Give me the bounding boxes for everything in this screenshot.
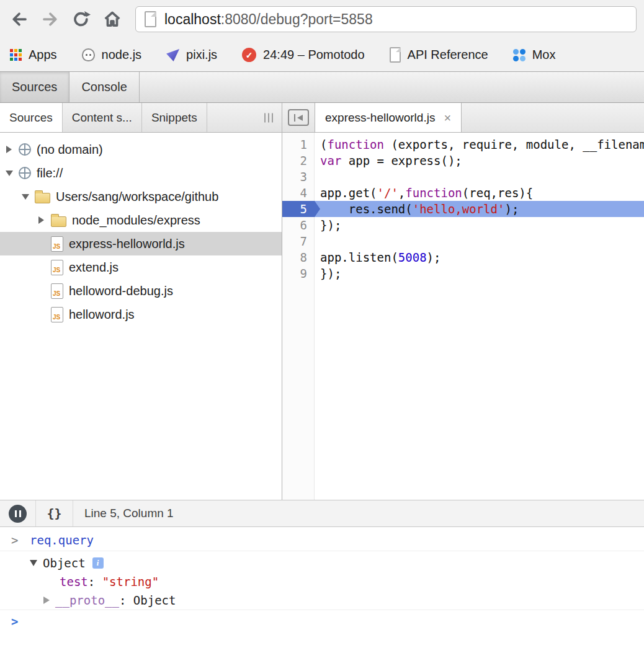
disclosure-collapsed-icon[interactable] [43,597,50,604]
code-line-8: 8app.listen(5008); [282,249,644,265]
bookmark-24-49-pomotodo[interactable]: 24:49 – Pomotodo [242,48,364,62]
line-number[interactable]: 7 [282,233,315,249]
property-name: test [60,575,88,588]
pause-button[interactable] [0,500,36,526]
tree-item-no-domain[interactable]: (no domain) [0,138,282,161]
tree-item-node-modules-express[interactable]: node_modules/express [0,208,282,232]
home-button[interactable] [101,6,124,32]
code-line-6: 6}); [282,217,644,233]
code-line-5: 5 res.send('hello,world'); [282,201,644,217]
tree-item-extend-js[interactable]: JSextend.js [0,255,282,279]
code-text[interactable]: app.listen(5008); [315,249,441,265]
code-text[interactable]: app.get('/',function(req,res){ [315,185,533,201]
code-line-1: 1(function (exports, require, module, __… [282,136,644,153]
tree-item-label: Users/sang/workspace/github [56,190,218,204]
editor-tab-title: express-helloworld.js [325,111,435,125]
pause-icon [9,505,27,523]
code-line-7: 7 [282,233,644,249]
code-line-2: 2var app = express(); [282,153,644,169]
reload-button[interactable] [69,6,93,32]
execution-line-badge[interactable]: 5 [282,201,315,217]
devtools-tabs: SourcesConsole [0,72,644,103]
js-file-icon: JS [51,307,63,322]
js-file-icon: JS [51,260,63,275]
file-tree: (no domain)file://Users/sang/workspace/g… [0,133,282,500]
apps-grid-icon [10,49,22,61]
code-line-9: 9}); [282,265,644,282]
code-text[interactable]: }); [315,217,341,233]
panel-grip-icon[interactable] [264,113,273,122]
console-command: req.query [30,533,94,547]
tree-item-helloword-debug-js[interactable]: JShelloword-debug.js [0,279,282,303]
code-text[interactable]: var app = express(); [315,153,462,169]
sources-navigator: SourcesContent s...Snippets (no domain)f… [0,103,282,500]
tree-item-label: helloword.js [69,308,135,322]
address-bar[interactable]: localhost:8080/debug?port=5858 [135,6,637,32]
disclosure-expanded-icon[interactable] [30,560,37,566]
page-icon [390,47,401,63]
forward-button[interactable] [38,6,62,32]
bookmark-node-js[interactable]: node.js [82,48,142,62]
tree-item-file[interactable]: file:// [0,161,282,185]
cursor-position: Line 5, Column 1 [84,507,174,520]
tree-item-label: express-helloworld.js [69,237,185,251]
pretty-print-button[interactable]: {} [36,500,73,526]
disclosure-collapsed-icon[interactable] [37,216,45,224]
folder-icon [35,193,50,203]
code-text[interactable]: }); [315,265,341,282]
code-line-3: 3 [282,169,644,185]
tree-item-users-sang-workspace-github[interactable]: Users/sang/workspace/github [0,185,282,208]
bookmark-label: Mox [532,48,556,62]
bookmark-pixi-js[interactable]: pixi.js [166,48,217,62]
line-number[interactable]: 1 [282,136,315,153]
bookmark-api-reference[interactable]: API Reference [390,47,488,63]
code-text[interactable] [315,169,320,185]
url-path: :8080/debug?port=5858 [221,11,373,27]
bookmark-mox[interactable]: Mox [513,48,556,62]
folder-icon [51,216,66,227]
disclosure-expanded-icon[interactable] [21,194,29,200]
sidebar-tab-snippets[interactable]: Snippets [142,103,207,132]
devtools-tab-console[interactable]: Console [69,72,139,102]
code-text[interactable]: res.send('hello,world'); [315,201,519,217]
bookmark-label: pixi.js [186,48,217,62]
console-command-row: > req.query [0,529,644,551]
arrow-left-icon [10,10,29,29]
tree-item-label: node_modules/express [72,213,200,228]
sidebar-tab-content-s[interactable]: Content s... [63,103,142,132]
bookmark-label: 24:49 – Pomotodo [263,48,364,62]
console-prompt[interactable]: > [0,610,644,632]
console-result-object[interactable]: Object i [0,553,644,573]
editor-tab[interactable]: express-helloworld.js × [315,103,462,132]
pomotodo-icon [242,48,256,62]
line-number[interactable]: 8 [282,249,315,265]
bookmark-label: node.js [102,48,142,62]
back-button[interactable] [7,6,31,32]
hide-navigator-button[interactable] [288,109,309,126]
js-file-icon: JS [51,236,63,252]
editor-tab-bar: express-helloworld.js × [282,103,644,133]
disclosure-expanded-icon[interactable] [5,171,13,176]
devtools-tab-sources[interactable]: Sources [0,72,69,102]
console-panel[interactable]: > req.query Object i test: "string" __pr… [0,527,644,661]
sidebar-tab-sources[interactable]: Sources [0,103,63,132]
bookmark-apps[interactable]: Apps [10,48,57,62]
tree-item-helloword-js[interactable]: JShelloword.js [0,303,282,326]
line-number[interactable]: 4 [282,185,315,201]
disclosure-collapsed-icon[interactable] [5,146,13,153]
chevron-right-icon: > [0,533,30,547]
close-icon[interactable]: × [444,112,451,124]
reload-icon [72,10,91,29]
line-number[interactable]: 3 [282,169,315,185]
console-proto-row[interactable]: __proto__: Object [0,590,644,610]
tree-item-express-helloworld-js[interactable]: JSexpress-helloworld.js [0,232,282,255]
code-editor[interactable]: 1(function (exports, require, module, __… [282,133,644,500]
object-label: Object [43,556,86,570]
line-number[interactable]: 6 [282,217,315,233]
code-text[interactable]: (function (exports, require, module, __f… [315,136,644,153]
code-text[interactable] [315,233,320,249]
line-number[interactable]: 2 [282,153,315,169]
page-icon [145,11,156,27]
line-number[interactable]: 9 [282,265,315,282]
arrow-right-icon [41,10,60,29]
